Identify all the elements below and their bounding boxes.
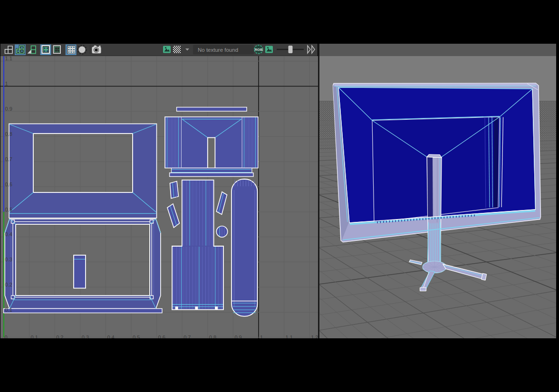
svg-text:1.1: 1.1 xyxy=(5,56,12,61)
svg-text:0.5: 0.5 xyxy=(133,335,140,339)
svg-text:1: 1 xyxy=(260,335,263,339)
svg-text:0.7: 0.7 xyxy=(183,335,191,339)
svg-text:0.8: 0.8 xyxy=(5,131,12,137)
svg-text:0.1: 0.1 xyxy=(31,335,38,339)
svg-text:No texture found: No texture found xyxy=(198,47,238,53)
svg-text:0: 0 xyxy=(5,335,8,339)
svg-text:0.3: 0.3 xyxy=(82,335,89,339)
svg-text:0.6: 0.6 xyxy=(158,335,165,339)
svg-text:0.5: 0.5 xyxy=(5,207,12,212)
svg-text:0.4: 0.4 xyxy=(5,231,12,237)
svg-text:0.9: 0.9 xyxy=(5,106,12,112)
svg-text:0.8: 0.8 xyxy=(209,335,216,339)
svg-text:1.2: 1.2 xyxy=(311,335,318,339)
svg-text:0.7: 0.7 xyxy=(5,156,12,162)
svg-text:0.2: 0.2 xyxy=(56,335,63,339)
svg-text:0.1: 0.1 xyxy=(5,307,12,313)
svg-text:0.9: 0.9 xyxy=(234,335,241,339)
svg-text:0.4: 0.4 xyxy=(107,335,114,339)
svg-text:0.2: 0.2 xyxy=(5,282,12,287)
svg-text:1.1: 1.1 xyxy=(286,335,293,339)
svg-text:RGB: RGB xyxy=(255,48,263,52)
svg-text:0.3: 0.3 xyxy=(5,257,12,262)
svg-text:0.6: 0.6 xyxy=(5,182,12,187)
svg-text:1: 1 xyxy=(5,81,8,86)
